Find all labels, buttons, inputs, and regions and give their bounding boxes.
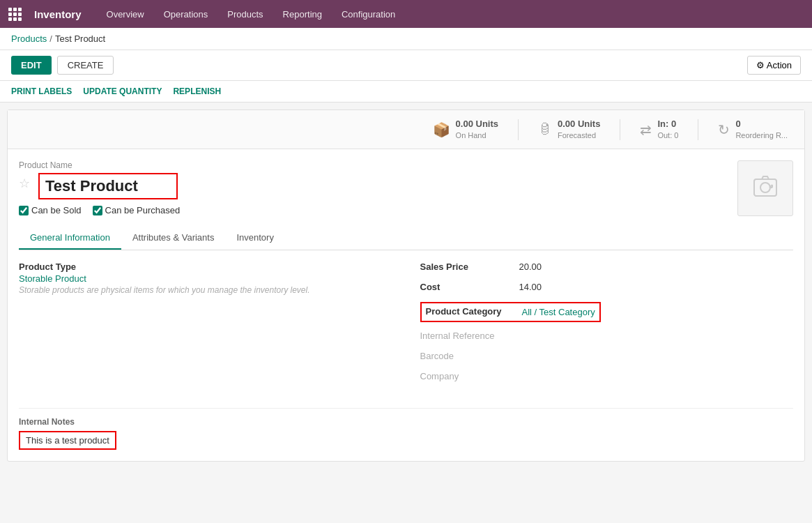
forecasted-icon: 🛢 xyxy=(538,121,552,137)
cost-value[interactable]: 14.00 xyxy=(519,282,542,292)
reorder-num: 0 xyxy=(735,119,788,130)
product-type-value[interactable]: Storable Product xyxy=(19,273,392,284)
product-category-label: Product Category xyxy=(426,306,516,317)
internal-notes-section: Internal Notes This is a test product xyxy=(19,408,793,450)
replenish-button[interactable]: REPLENISH xyxy=(173,85,221,98)
product-image[interactable] xyxy=(737,160,793,216)
breadcrumb: Products / Test Product xyxy=(0,28,812,50)
internal-notes-value[interactable]: This is a test product xyxy=(19,431,116,450)
product-category-value[interactable]: All / Test Category xyxy=(522,307,595,317)
product-type-label: Product Type xyxy=(19,262,392,272)
product-form: Product Name ☆ Test Product Can be Sold … xyxy=(8,149,804,461)
breadcrumb-current: Test Product xyxy=(55,33,105,44)
in-value: In: 0 xyxy=(657,119,678,130)
nav-configuration[interactable]: Configuration xyxy=(333,3,404,25)
nav-products[interactable]: Products xyxy=(219,3,271,25)
sales-price-label: Sales Price xyxy=(420,262,511,272)
app-grid-icon[interactable] xyxy=(8,8,26,21)
breadcrumb-separator: / xyxy=(49,33,52,44)
barcode-field: Barcode xyxy=(420,351,794,363)
stats-bar: 📦 0.00 Units On Hand 🛢 0.00 Units Foreca… xyxy=(8,110,804,149)
product-header: ☆ Test Product xyxy=(19,173,180,199)
transfer-icon: ⇄ xyxy=(640,121,652,138)
out-value: Out: 0 xyxy=(657,130,678,140)
nav-overview[interactable]: Overview xyxy=(98,3,153,25)
cost-label: Cost xyxy=(420,282,511,292)
tab-attributes-variants[interactable]: Attributes & Variants xyxy=(121,227,226,250)
company-label: Company xyxy=(420,371,511,381)
product-tabs: General Information Attributes & Variant… xyxy=(19,227,793,250)
reorder-label: Reordering R... xyxy=(735,130,788,140)
internal-ref-field: Internal Reference xyxy=(420,331,794,342)
forecasted-num: 0.00 Units xyxy=(558,119,600,130)
stat-divider-2 xyxy=(620,119,620,140)
product-name-label: Product Name xyxy=(19,160,180,170)
form-right-col: Sales Price 20.00 Cost 14.00 Product Cat… xyxy=(420,262,794,391)
product-name[interactable]: Test Product xyxy=(38,173,178,199)
forecasted-label: Forecasted xyxy=(558,130,600,140)
tab-inventory[interactable]: Inventory xyxy=(225,227,284,250)
update-quantity-button[interactable]: UPDATE QUANTITY xyxy=(83,85,162,98)
create-button[interactable]: CREATE xyxy=(57,56,114,75)
main-toolbar: EDIT CREATE ⚙ Action xyxy=(0,50,812,81)
on-hand-num: 0.00 Units xyxy=(456,119,498,130)
in-out-stat[interactable]: ⇄ In: 0 Out: 0 xyxy=(634,116,684,143)
company-field: Company xyxy=(420,371,794,383)
breadcrumb-parent[interactable]: Products xyxy=(11,33,47,44)
top-navigation: Inventory Overview Operations Products R… xyxy=(0,0,812,28)
camera-icon xyxy=(751,172,779,205)
can-be-sold-checkbox[interactable]: Can be Sold xyxy=(19,205,82,215)
sales-price-value[interactable]: 20.00 xyxy=(519,262,542,272)
svg-rect-0 xyxy=(754,179,776,196)
product-category-field: Product Category All / Test Category xyxy=(420,302,794,322)
app-name: Inventory xyxy=(34,8,82,20)
on-hand-stat[interactable]: 📦 0.00 Units On Hand xyxy=(427,116,504,143)
nav-operations[interactable]: Operations xyxy=(155,3,217,25)
on-hand-label: On Hand xyxy=(456,130,498,140)
cost-field: Cost 14.00 xyxy=(420,282,794,294)
tab-general-info[interactable]: General Information xyxy=(19,227,121,250)
forecasted-stat[interactable]: 🛢 0.00 Units Forecasted xyxy=(533,116,606,143)
product-type-field: Product Type Storable Product Storable p… xyxy=(19,262,392,295)
favorite-icon[interactable]: ☆ xyxy=(19,176,30,191)
barcode-label: Barcode xyxy=(420,351,511,361)
stat-divider-3 xyxy=(698,119,698,140)
internal-notes-label: Internal Notes xyxy=(19,417,793,427)
can-be-purchased-checkbox[interactable]: Can be Purchased xyxy=(93,205,181,215)
on-hand-icon: 📦 xyxy=(433,121,450,138)
stat-divider-1 xyxy=(518,119,519,140)
form-grid: Product Type Storable Product Storable p… xyxy=(19,262,793,391)
reorder-stat[interactable]: ↻ 0 Reordering R... xyxy=(712,116,793,143)
sales-price-field: Sales Price 20.00 xyxy=(420,262,794,273)
product-type-hint: Storable products are physical items for… xyxy=(19,285,392,295)
product-checkboxes: Can be Sold Can be Purchased xyxy=(19,205,180,215)
secondary-toolbar: PRINT LABELS UPDATE QUANTITY REPLENISH xyxy=(0,81,812,103)
internal-ref-label: Internal Reference xyxy=(420,331,511,341)
svg-point-1 xyxy=(760,183,770,192)
form-left-col: Product Type Storable Product Storable p… xyxy=(19,262,392,391)
main-content: 📦 0.00 Units On Hand 🛢 0.00 Units Foreca… xyxy=(7,109,805,462)
edit-button[interactable]: EDIT xyxy=(11,56,52,75)
reorder-icon: ↻ xyxy=(718,121,730,138)
print-labels-button[interactable]: PRINT LABELS xyxy=(11,85,72,98)
action-button[interactable]: ⚙ Action xyxy=(747,56,801,75)
nav-reporting[interactable]: Reporting xyxy=(275,3,330,25)
